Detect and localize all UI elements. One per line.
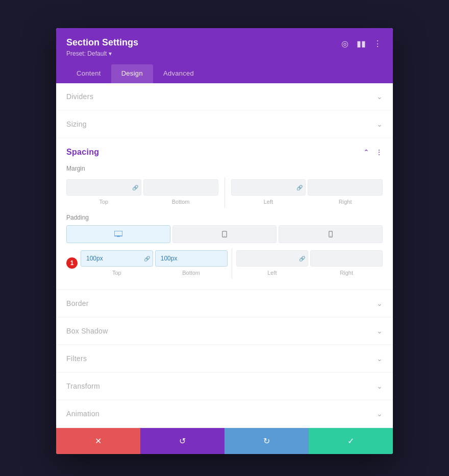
padding-bottom-wrap [155,250,228,267]
animation-title: Animation [66,410,99,418]
padding-tb-labels: Top Bottom [81,269,228,276]
margin-bottom-input[interactable] [143,179,218,196]
margin-top-label: Top [66,198,141,205]
reset-icon: ↺ [179,436,186,446]
reset-button[interactable]: ↺ [140,428,224,454]
margin-tb-pair: 🔗 [66,179,218,196]
padding-left-wrap: 🔗 [236,250,309,267]
dividers-title: Dividers [66,92,93,101]
padding-link-icon: 🔗 [144,255,150,261]
padding-devices [66,225,383,243]
device-desktop-btn[interactable] [66,225,170,243]
spacing-content: Margin 🔗 [56,165,393,289]
dividers-chevron: ⌄ [377,92,383,101]
padding-right-wrap [310,250,383,267]
margin-input-row: 🔗 Top Bottom [66,176,383,208]
section-transform: Transform ⌄ [56,373,393,399]
svg-point-6 [330,235,331,236]
modal-header-info: Section Settings Preset: Default ▾ [66,37,138,57]
transform-chevron: ⌄ [377,382,383,390]
focus-icon[interactable]: ◎ [340,38,350,49]
tab-content[interactable]: Content [66,64,111,83]
padding-left-input[interactable] [236,250,309,267]
more-icon[interactable]: ⋮ [372,38,383,49]
filters-title: Filters [66,354,87,363]
dividers-header[interactable]: Dividers ⌄ [56,83,393,110]
transform-title: Transform [66,382,100,390]
padding-right-label: Right [310,269,383,276]
spacing-menu-icon[interactable]: ⋮ [376,148,383,156]
margin-group: Margin 🔗 [66,165,383,208]
margin-lr-group: 🔗 Left Right [231,179,383,205]
padding-right-input[interactable] [310,250,383,267]
sizing-title: Sizing [66,120,87,128]
margin-right-wrap [308,179,383,196]
spacing-title: Spacing [66,148,99,157]
margin-left-label: Left [231,198,306,205]
tab-design[interactable]: Design [111,64,153,83]
margin-left-wrap: 🔗 [231,179,306,196]
margin-lr-labels: Left Right [231,198,383,205]
columns-icon[interactable]: ▮▮ [356,38,366,49]
spacing-chevron[interactable]: ⌃ [363,148,369,156]
save-icon: ✓ [347,436,354,446]
filters-chevron: ⌄ [377,354,383,363]
padding-lr-group: 🔗 Left Right [236,250,383,276]
desktop-icon [114,231,122,237]
section-sizing: Sizing ⌄ [56,111,393,137]
box-shadow-title: Box Shadow [66,327,108,335]
padding-top-input[interactable] [81,250,153,267]
tablet-icon [222,231,227,237]
padding-bottom-input[interactable] [155,250,228,267]
modal-body: Dividers ⌄ Sizing ⌄ Spacing ⌃ ⋮ [56,83,393,428]
padding-tb-group: 🔗 Top Bottom [81,250,228,276]
tabs-bar: Content Design Advanced [56,64,393,83]
modal-header-icons: ◎ ▮▮ ⋮ [340,38,383,49]
margin-top-link-icon: 🔗 [132,184,138,190]
modal-header: Section Settings Preset: Default ▾ ◎ ▮▮ … [56,28,393,64]
padding-divider [232,248,232,279]
sizing-header[interactable]: Sizing ⌄ [56,111,393,137]
section-border: Border ⌄ [56,290,393,317]
redo-button[interactable]: ↻ [224,428,309,454]
cancel-icon: ✕ [95,436,102,446]
padding-lr-link-icon: 🔗 [299,255,305,261]
padding-inputs-row: 1 🔗 [66,247,383,279]
border-chevron: ⌄ [377,299,383,307]
section-box-shadow: Box Shadow ⌄ [56,318,393,344]
cancel-button[interactable]: ✕ [56,428,140,454]
device-tablet-btn[interactable] [172,225,277,243]
section-dividers: Dividers ⌄ [56,83,393,110]
svg-point-4 [224,235,225,236]
box-shadow-header[interactable]: Box Shadow ⌄ [56,318,393,344]
margin-right-input[interactable] [308,179,383,196]
margin-top-input[interactable] [66,179,141,196]
margin-left-input[interactable] [231,179,306,196]
animation-header[interactable]: Animation ⌄ [56,400,393,427]
notification-badge: 1 [66,257,78,269]
transform-header[interactable]: Transform ⌄ [56,373,393,399]
margin-bottom-wrap [143,179,218,196]
margin-bottom-label: Bottom [143,198,218,205]
spacing-header: Spacing ⌃ ⋮ [56,138,393,163]
box-shadow-chevron: ⌄ [377,327,383,335]
tab-advanced[interactable]: Advanced [153,64,204,83]
spacing-controls: ⌃ ⋮ [363,148,383,156]
save-button[interactable]: ✓ [309,428,393,454]
spacing-title-wrap: Spacing [66,148,99,157]
svg-rect-0 [114,231,122,236]
padding-lr-pair: 🔗 [236,250,383,267]
filters-header[interactable]: Filters ⌄ [56,345,393,372]
modal-preset[interactable]: Preset: Default ▾ [66,50,138,57]
margin-top-wrap: 🔗 [66,179,141,196]
border-header[interactable]: Border ⌄ [56,290,393,317]
device-mobile-btn[interactable] [279,225,383,243]
mobile-icon [329,231,333,237]
border-title: Border [66,299,89,307]
modal-footer: ✕ ↺ ↻ ✓ [56,428,393,454]
padding-top-label: Top [81,269,153,276]
margin-right-label: Right [308,198,383,205]
padding-top-wrap: 🔗 [81,250,153,267]
padding-tb-pair: 🔗 [81,250,228,267]
padding-lr-labels: Left Right [236,269,383,276]
